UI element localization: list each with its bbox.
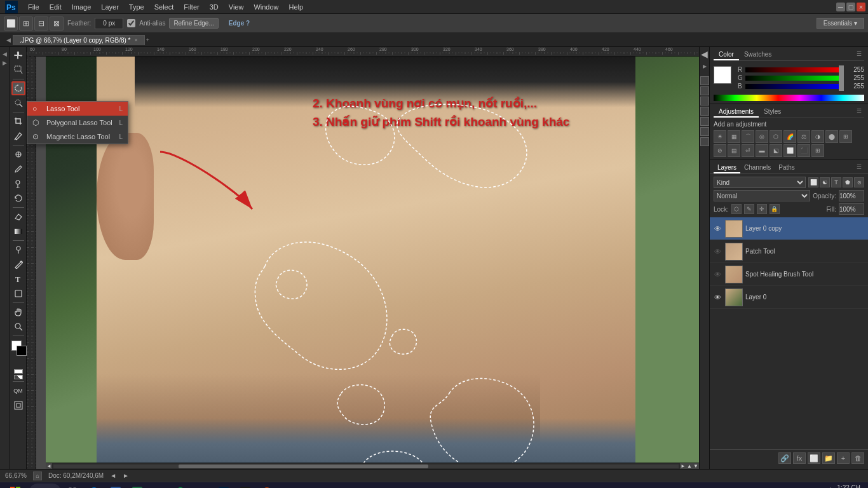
menu-edit[interactable]: Edit — [44, 0, 67, 14]
selective-color-adj[interactable]: ⬕ — [770, 144, 782, 157]
layer-item[interactable]: 👁 Patch Tool — [710, 240, 868, 263]
right-expand-btn[interactable]: ▶ — [700, 62, 709, 71]
screen-mode[interactable] — [14, 375, 23, 379]
lock-all[interactable]: 🔒 — [770, 204, 780, 214]
photo-area[interactable]: 2. Khoanh vùng nơi có mụn, nốt ruồi,... … — [46, 57, 699, 469]
invert-adj[interactable]: ⊘ — [714, 144, 726, 157]
bw-adj[interactable]: ◑ — [811, 130, 824, 143]
delete-layer-btn[interactable]: 🗑 — [851, 452, 864, 464]
lock-transparent[interactable]: ⬡ — [731, 204, 742, 214]
selection-mode-new[interactable]: ⬜ — [4, 17, 18, 30]
paths-tab[interactable]: Paths — [775, 163, 799, 173]
color-gradient-bar[interactable] — [714, 95, 864, 101]
maximize-btn[interactable]: □ — [846, 3, 855, 11]
layer-item[interactable]: 👁 Spot Healing Brush Tool — [710, 263, 868, 286]
hue-sat-adj[interactable]: 🌈 — [783, 130, 796, 143]
filter-pixel[interactable]: ⬜ — [808, 177, 818, 187]
active-color-display[interactable] — [714, 66, 731, 84]
eraser-tool[interactable] — [11, 210, 25, 224]
panel-toggle[interactable]: ▶ — [1, 58, 10, 67]
new-layer-btn[interactable]: + — [837, 452, 850, 464]
file-explorer-icon[interactable] — [149, 484, 169, 489]
menu-file[interactable]: File — [23, 0, 44, 14]
menu-help[interactable]: Help — [284, 0, 309, 14]
layer-visibility[interactable]: 👁 — [712, 224, 722, 234]
menu-window[interactable]: Window — [248, 0, 283, 14]
channel-mix-adj[interactable]: ⊞ — [839, 130, 852, 143]
close-btn[interactable]: × — [857, 3, 865, 11]
selection-tool[interactable] — [11, 63, 25, 77]
eyedropper-tool[interactable] — [11, 129, 25, 143]
kind-filter[interactable]: Kind — [714, 177, 806, 188]
gradient-tool[interactable] — [11, 224, 25, 238]
posterize-adj[interactable]: ▤ — [728, 144, 740, 157]
right-icon-7[interactable] — [700, 137, 709, 146]
layer-visibility[interactable]: 👁 — [712, 269, 722, 280]
filter-toggle[interactable]: ⊙ — [854, 177, 864, 187]
menu-3d[interactable]: 3D — [205, 0, 224, 14]
excel-icon[interactable]: X — [127, 484, 147, 489]
scroll-left-btn[interactable]: ◄ — [46, 463, 52, 470]
essentials-button[interactable]: Essentials ▾ — [817, 18, 864, 29]
browser-icon[interactable]: e — [84, 484, 104, 489]
opacity-input[interactable] — [839, 190, 864, 201]
new-tab-btn[interactable]: + — [146, 37, 153, 43]
quick-select-tool[interactable] — [11, 96, 25, 110]
brush-tool[interactable] — [11, 162, 25, 176]
anti-alias-checkbox[interactable] — [127, 19, 135, 27]
nav-btn-2[interactable]: ▼ — [693, 463, 699, 470]
levels-adj[interactable]: ▦ — [728, 130, 740, 143]
feather-input[interactable] — [95, 18, 123, 29]
right-icon-1[interactable] — [700, 76, 709, 85]
styles-tab[interactable]: Styles — [759, 107, 786, 118]
photoshop-icon[interactable]: Ps — [214, 484, 234, 489]
layers-panel-options[interactable]: ☰ — [854, 163, 864, 173]
selection-mode-subtract[interactable]: ⊟ — [34, 17, 48, 30]
clone-stamp-tool[interactable] — [11, 177, 25, 191]
edge-hint[interactable]: Edge ? — [229, 20, 250, 27]
canvas-content[interactable]: 2. Khoanh vùng nơi có mụn, nốt ruồi,... … — [36, 57, 699, 469]
text-tool[interactable]: T — [11, 272, 25, 286]
start-button[interactable] — [3, 484, 28, 489]
color-tab[interactable]: Color — [714, 50, 739, 60]
brightness-adj[interactable]: ☀ — [714, 130, 726, 143]
menu-view[interactable]: View — [224, 0, 249, 14]
right-icon-2[interactable] — [700, 86, 709, 95]
menu-filter[interactable]: Filter — [179, 0, 204, 14]
dodge-tool[interactable] — [11, 243, 25, 257]
lock-image[interactable]: ✎ — [744, 204, 754, 214]
status-next-btn[interactable]: ► — [123, 472, 129, 479]
right-icon-5[interactable] — [700, 117, 709, 126]
quick-mask-btn[interactable]: QM — [11, 384, 25, 398]
gradient-fill-adj[interactable]: ⬛ — [797, 144, 810, 157]
layer-item[interactable]: 👁 Layer 0 — [710, 286, 868, 309]
selection-mode-add[interactable]: ⊞ — [19, 17, 33, 30]
crop-tool[interactable] — [11, 114, 25, 128]
swatches-tab[interactable]: Swatches — [739, 50, 776, 60]
extra-icon[interactable]: ♪ — [257, 484, 277, 489]
filter-shape[interactable]: ⬟ — [843, 177, 853, 187]
layer-visibility[interactable]: 👁 — [712, 292, 722, 302]
new-group-btn[interactable]: 📁 — [822, 452, 835, 464]
adj-panel-options[interactable]: ☰ — [854, 107, 864, 118]
layers-tab[interactable]: Layers — [714, 163, 740, 173]
add-mask-btn[interactable]: ⬜ — [808, 452, 820, 464]
solid-color-adj[interactable]: ⬜ — [783, 144, 796, 157]
move-tool[interactable] — [11, 48, 25, 62]
exposure-adj[interactable]: ◎ — [756, 130, 768, 143]
pattern-fill-adj[interactable]: ⊞ — [811, 144, 824, 157]
right-icon-3[interactable] — [700, 97, 709, 105]
menu-image[interactable]: Image — [67, 0, 97, 14]
color-balance-adj[interactable]: ⚖ — [797, 130, 810, 143]
channels-tab[interactable]: Channels — [740, 163, 775, 173]
nav-btn[interactable]: ▲ — [686, 463, 693, 470]
lasso-tool[interactable] — [11, 81, 25, 95]
filter-adj[interactable]: ☯ — [820, 177, 830, 187]
search-button[interactable] — [29, 484, 61, 489]
selection-mode-intersect[interactable]: ⊠ — [50, 17, 64, 30]
healing-brush-tool[interactable] — [11, 147, 25, 161]
history-brush-tool[interactable] — [11, 191, 25, 205]
menu-select[interactable]: Select — [149, 0, 179, 14]
filter-type[interactable]: T — [831, 177, 841, 187]
polygonal-lasso-option[interactable]: ⬡ Polygonal Lasso Tool L — [27, 116, 128, 130]
